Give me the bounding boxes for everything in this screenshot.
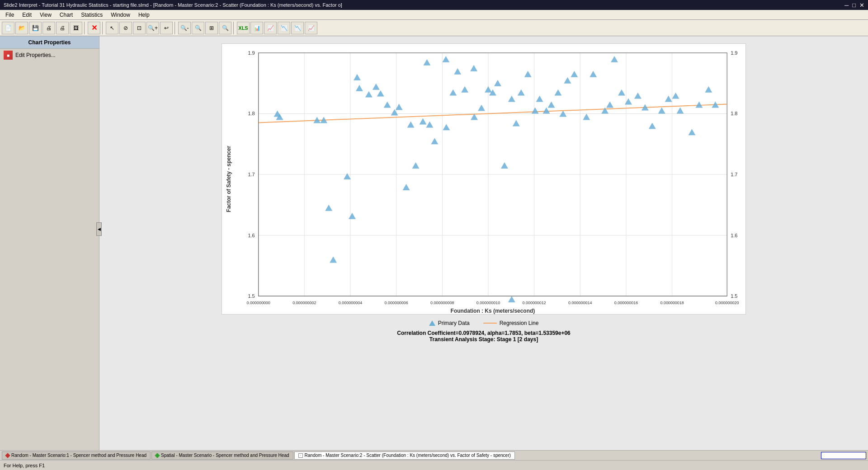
chart-svg: 1.9 1.8 1.7 1.6 1.5 1.9 1.8 1.7 1.6 1.5 …	[222, 44, 745, 314]
svg-text:1.6: 1.6	[731, 233, 737, 238]
menu-file[interactable]: File	[2, 11, 18, 19]
svg-text:1.8: 1.8	[731, 111, 737, 116]
tab-scenario3[interactable]: · Random - Master Scenario:2 - Scatter (…	[294, 451, 515, 460]
legend-primary: Primary Data	[429, 320, 470, 326]
svg-text:0.000000006: 0.000000006	[384, 301, 408, 305]
toolbar-sep1	[84, 22, 86, 34]
toolbar-zoom-sel[interactable]: ⊘	[119, 22, 132, 34]
toolbar-open[interactable]: 📂	[15, 22, 28, 34]
menu-chart[interactable]: Chart	[56, 11, 76, 19]
legend-regression: Regression Line	[483, 320, 539, 326]
toolbar-chart4[interactable]: 📉	[291, 22, 304, 34]
menu-edit[interactable]: Edit	[19, 11, 35, 19]
sidebar-header-text: Chart Properties	[28, 39, 71, 46]
toolbar-chart3[interactable]: 📉	[278, 22, 290, 34]
tab3-label: Random - Master Scenario:2 - Scatter (Fo…	[305, 453, 511, 458]
menu-statistics[interactable]: Statistics	[77, 11, 106, 19]
chart-container: 1.9 1.8 1.7 1.6 1.5 1.9 1.8 1.7 1.6 1.5 …	[222, 43, 746, 315]
toolbar-excel[interactable]: XLS	[237, 22, 250, 34]
toolbar-image[interactable]: 🖼	[70, 22, 82, 34]
chart-legend: Primary Data Regression Line	[429, 320, 539, 326]
toolbar-zoom-out2[interactable]: 🔍-	[178, 22, 191, 34]
svg-text:1.9: 1.9	[248, 50, 255, 56]
toolbar-select[interactable]: ↖	[106, 22, 118, 34]
tab1-label: Random - Master Scenario:1 - Spencer met…	[11, 453, 146, 458]
svg-text:0.000000012: 0.000000012	[522, 301, 546, 305]
toolbar-chart5[interactable]: 📈	[305, 22, 317, 34]
main-layout: Chart Properties ■ Edit Properties... ◀	[0, 36, 868, 450]
tab1-diamond-icon	[5, 453, 10, 458]
svg-text:1.9: 1.9	[731, 50, 737, 56]
properties-icon: ■	[4, 51, 13, 60]
status-text: For Help, press F1	[4, 463, 45, 468]
toolbar-save[interactable]: 💾	[29, 22, 42, 34]
svg-text:0.000000004: 0.000000004	[339, 301, 362, 305]
tab-search-input[interactable]	[821, 452, 866, 459]
sidebar-header: Chart Properties	[0, 36, 99, 49]
toolbar-chart1[interactable]: 📊	[250, 22, 263, 34]
status-bar: For Help, press F1	[0, 460, 868, 470]
svg-text:0.000000002: 0.000000002	[292, 301, 316, 305]
toolbar-zoom-fit[interactable]: ⊞	[205, 22, 218, 34]
sidebar-wrapper: Chart Properties ■ Edit Properties... ◀	[0, 36, 99, 450]
tab-scenario1[interactable]: Random - Master Scenario:1 - Spencer met…	[2, 451, 151, 460]
svg-rect-0	[222, 44, 745, 314]
toolbar-zoom-in[interactable]: 🔍+	[146, 22, 159, 34]
svg-text:1.7: 1.7	[731, 172, 737, 177]
tab2-diamond-icon	[155, 453, 160, 458]
title-text: Slide2 Interpret - Tutorial 31 Hydraulic…	[4, 2, 342, 8]
tab3-scatter-icon: ·	[298, 453, 303, 458]
toolbar-fit[interactable]: ⊡	[133, 22, 146, 34]
title-bar: Slide2 Interpret - Tutorial 31 Hydraulic…	[0, 0, 868, 10]
legend-primary-label: Primary Data	[438, 320, 470, 326]
transient-text: Transient Analysis Stage: Stage 1 [2 day…	[397, 336, 571, 343]
svg-text:0.000000016: 0.000000016	[614, 301, 638, 305]
toolbar-stop[interactable]: ✕	[88, 22, 100, 34]
toolbar-print[interactable]: 🖨	[42, 22, 55, 34]
toolbar-chart2[interactable]: 📈	[264, 22, 277, 34]
svg-text:0.000000010: 0.000000010	[476, 301, 500, 305]
toolbar-zoom-out3[interactable]: 🔍	[192, 22, 204, 34]
toolbar-sep2	[102, 22, 104, 34]
legend-regression-label: Regression Line	[500, 320, 539, 326]
svg-text:0.000000008: 0.000000008	[430, 301, 454, 305]
restore-button[interactable]: □	[852, 2, 856, 9]
menu-help[interactable]: Help	[135, 11, 153, 19]
legend-triangle-icon	[429, 320, 435, 326]
chart-area: 1.9 1.8 1.7 1.6 1.5 1.9 1.8 1.7 1.6 1.5 …	[99, 36, 868, 450]
close-button[interactable]: ✕	[859, 2, 864, 9]
toolbar-zoom-in2[interactable]: 🔍	[219, 22, 231, 34]
svg-text:0.000000014: 0.000000014	[568, 301, 592, 305]
tab-scenario2[interactable]: Spatial - Master Scenario - Spencer meth…	[151, 451, 293, 460]
toolbar-new[interactable]: 📄	[2, 22, 14, 34]
svg-text:Factor of Safety - spencer: Factor of Safety - spencer	[226, 146, 232, 212]
tab2-label: Spatial - Master Scenario - Spencer meth…	[161, 453, 289, 458]
toolbar-sep4	[233, 22, 235, 34]
menu-view[interactable]: View	[36, 11, 55, 19]
bottom-tabs: Random - Master Scenario:1 - Spencer met…	[0, 450, 868, 460]
menu-bar: File Edit View Chart Statistics Window H…	[0, 10, 868, 20]
svg-text:1.5: 1.5	[731, 293, 737, 299]
title-bar-controls: ─ □ ✕	[844, 2, 864, 9]
sidebar-collapse-arrow[interactable]: ◀	[96, 222, 102, 236]
svg-text:1.6: 1.6	[248, 233, 255, 238]
svg-text:0.000000018: 0.000000018	[660, 301, 684, 305]
menu-window[interactable]: Window	[107, 11, 134, 19]
correlation-text: Correlation Coefficient=0.0978924, alpha…	[397, 330, 571, 336]
svg-text:1.7: 1.7	[248, 172, 255, 177]
svg-text:1.8: 1.8	[248, 111, 255, 116]
legend-line-icon	[483, 323, 497, 324]
toolbar: 📄 📂 💾 🖨 🖨 🖼 ✕ ↖ ⊘ ⊡ 🔍+ ↩ 🔍- 🔍 ⊞ 🔍 XLS 📊 …	[0, 20, 868, 36]
svg-text:Foundation : Ks (meters/second: Foundation : Ks (meters/second)	[451, 308, 535, 314]
toolbar-undo-zoom[interactable]: ↩	[160, 22, 173, 34]
svg-text:0.000000020: 0.000000020	[715, 301, 739, 305]
svg-text:1.5: 1.5	[248, 293, 255, 299]
chart-stats: Correlation Coefficient=0.0978924, alpha…	[397, 330, 571, 343]
svg-text:0.000000000: 0.000000000	[246, 301, 270, 305]
toolbar-print2[interactable]: 🖨	[56, 22, 69, 34]
minimize-button[interactable]: ─	[844, 2, 849, 9]
edit-properties-label: Edit Properties...	[15, 52, 56, 58]
sidebar-item-edit-properties[interactable]: ■ Edit Properties...	[0, 49, 99, 61]
toolbar-sep3	[175, 22, 176, 34]
